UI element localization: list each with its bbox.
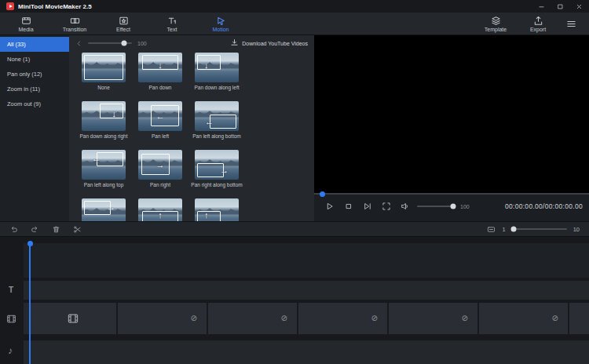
volume-slider-thumb[interactable] — [450, 204, 455, 209]
motion-thumbnail: → — [195, 150, 239, 180]
window-controls — [537, 2, 583, 10]
motion-item-pan-right-along-bottom[interactable]: →Pan right along bottom — [188, 150, 245, 189]
thumbnail-size-slider-thumb[interactable] — [121, 41, 126, 46]
motion-item-right-top[interactable]: → — [75, 198, 132, 221]
motion-item-pan-left-along-bottom[interactable]: ←Pan left along bottom — [188, 101, 245, 140]
volume-button[interactable] — [396, 202, 415, 211]
video-clip-slot-5[interactable]: ⊘ — [389, 303, 479, 334]
thumbnail-size-slider[interactable] — [88, 42, 132, 44]
sidebar-item-none-1[interactable]: None (1) — [0, 52, 69, 67]
menu-button[interactable] — [559, 19, 583, 29]
motion-item-pan-down[interactable]: ↓Pan down — [132, 53, 188, 92]
stop-button[interactable] — [339, 202, 358, 211]
player-controls: 100 00:00:00.00/00:00:00.00 — [320, 202, 583, 211]
timeline-zoom-slider-thumb[interactable] — [511, 227, 517, 232]
playhead[interactable] — [29, 242, 31, 364]
motion-thumbnail: ↓ — [195, 53, 239, 82]
motion-item-pan-left-along-top[interactable]: ←Pan left along top — [75, 150, 132, 189]
fit-timeline-button[interactable] — [487, 225, 496, 234]
motion-item-pan-left[interactable]: ←Pan left — [132, 101, 188, 140]
sidebar-item-all-33[interactable]: All (33) — [0, 37, 69, 52]
fullscreen-button[interactable] — [377, 202, 396, 211]
minimize-button[interactable] — [537, 2, 545, 10]
export-button[interactable]: Export — [517, 16, 559, 32]
pan-up-arrow-icon: ↑ — [158, 211, 163, 220]
timeline-zoom-controls: 1 10 — [487, 225, 580, 234]
motion-item-up-left[interactable]: ↑ — [188, 198, 245, 221]
video-track[interactable]: ⊘⊘⊘⊘⊘ — [24, 303, 589, 334]
pan-up-arrow-icon: ↑ — [204, 211, 209, 220]
motion-panel: 100 Download YouTube Videos None↓Pan dow… — [69, 35, 314, 221]
split-button[interactable] — [73, 225, 82, 234]
delete-button[interactable] — [52, 225, 60, 234]
overlay-track[interactable] — [24, 243, 589, 278]
template-button[interactable]: Template — [474, 16, 517, 32]
play-button[interactable] — [320, 202, 339, 211]
motion-item-pan-right[interactable]: →Pan right — [132, 150, 188, 189]
template-icon — [491, 16, 501, 26]
motion-item-label: Pan down along left — [188, 85, 245, 90]
window-title: MiniTool MovieMaker 2.5 — [18, 3, 92, 10]
motion-item-label: Pan left along bottom — [188, 133, 245, 139]
seek-bar[interactable] — [314, 193, 589, 195]
seek-handle[interactable] — [320, 191, 325, 197]
titlebar: MiniTool MovieMaker 2.5 — [0, 0, 589, 13]
download-icon — [230, 38, 239, 48]
timeline-zoom-slider[interactable] — [512, 228, 567, 230]
motion-item-label: Pan right — [132, 182, 188, 187]
pan-down-arrow-icon: ↓ — [158, 61, 163, 70]
tab-media[interactable]: Media — [2, 16, 50, 32]
video-clip-slot-6[interactable]: ⊘ — [479, 303, 569, 334]
redo-button[interactable] — [31, 225, 39, 234]
motion-item-up[interactable]: ↑ — [132, 198, 188, 221]
motion-item-pan-down-along-right[interactable]: ↓Pan down along right — [75, 101, 132, 140]
clip-placeholder-icon — [68, 313, 79, 325]
motion-thumbnail — [82, 53, 126, 82]
pan-right-arrow-icon: → — [107, 203, 115, 212]
pan-frame — [197, 55, 221, 70]
tab-motion[interactable]: Motion — [196, 16, 245, 32]
volume-value: 100 — [460, 204, 470, 209]
volume-slider[interactable] — [417, 206, 455, 207]
download-youtube-button[interactable]: Download YouTube Videos — [230, 38, 308, 48]
chevron-left-icon[interactable] — [75, 40, 82, 47]
music-track[interactable] — [24, 340, 589, 364]
sidebar-item-zoom-out-9[interactable]: Zoom out (9) — [0, 96, 69, 111]
pan-left-arrow-icon: ← — [156, 112, 165, 121]
sidebar-item-zoom-in-11[interactable]: Zoom in (11) — [0, 82, 69, 96]
motion-item-label: Pan down along right — [75, 133, 132, 139]
video-clip-slot-3[interactable]: ⊘ — [208, 303, 298, 334]
pan-down-arrow-icon: ↓ — [112, 110, 117, 118]
category-sidebar: All (33)None (1)Pan only (12)Zoom in (11… — [0, 35, 69, 221]
pan-down-arrow-icon: ↓ — [204, 61, 209, 70]
video-clip-slot-2[interactable]: ⊘ — [118, 303, 208, 334]
main-toolbar: MediaTransitionEffectTextMotion Template… — [0, 13, 589, 35]
tab-transition[interactable]: Transition — [50, 16, 99, 32]
motion-item-label: None — [75, 85, 132, 90]
undo-button[interactable] — [9, 225, 18, 234]
tab-effect[interactable]: Effect — [99, 16, 148, 32]
zoom-min-label: 1 — [502, 226, 505, 233]
next-frame-button[interactable] — [358, 202, 377, 211]
maximize-button[interactable] — [556, 2, 564, 10]
text-track[interactable] — [24, 281, 589, 300]
sidebar-item-pan-only-12[interactable]: Pan only (12) — [0, 67, 69, 82]
video-clip-slot-1[interactable] — [30, 303, 118, 334]
player-bar: 100 00:00:00.00/00:00:00.00 — [314, 193, 589, 221]
motion-item-label: Pan down — [132, 85, 188, 90]
tab-label: Motion — [212, 27, 229, 32]
video-clip-slot-4[interactable]: ⊘ — [298, 303, 389, 334]
close-button[interactable] — [575, 2, 583, 10]
tab-label: Transition — [63, 27, 86, 32]
text-track-icon: T — [9, 286, 13, 294]
video-track-cells: ⊘⊘⊘⊘⊘ — [30, 303, 589, 334]
effect-icon — [119, 16, 129, 26]
pan-right-arrow-icon: → — [220, 166, 229, 175]
timecode: 00:00:00.00/00:00:00.00 — [505, 202, 583, 210]
app-logo-icon — [6, 2, 14, 10]
motion-thumbnail: ↓ — [82, 101, 126, 131]
video-clip-slot-end[interactable] — [569, 303, 589, 334]
motion-item-none[interactable]: None — [75, 53, 132, 92]
motion-item-pan-down-along-left[interactable]: ↓Pan down along left — [188, 53, 245, 92]
tab-text[interactable]: Text — [148, 16, 196, 32]
